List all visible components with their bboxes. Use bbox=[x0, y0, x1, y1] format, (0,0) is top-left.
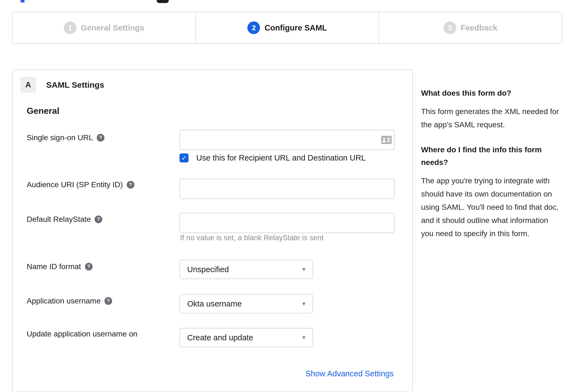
chevron-down-icon: ▾ bbox=[302, 266, 305, 273]
cutoff-dark-fragment bbox=[157, 0, 169, 3]
audience-uri-label: Audience URI (SP Entity ID) bbox=[27, 180, 123, 189]
help-heading-where: Where do I find the info this form needs… bbox=[421, 143, 560, 169]
saml-settings-panel: A SAML Settings General Single sign-on U… bbox=[12, 70, 413, 392]
general-section-title: General bbox=[27, 106, 59, 116]
step-feedback[interactable]: 3 Feedback bbox=[378, 12, 562, 43]
name-id-label-row: Name ID format ? bbox=[27, 262, 93, 272]
sso-url-label-row: Single sign-on URL ? bbox=[27, 133, 104, 143]
recipient-url-checkbox-label: Use this for Recipient URL and Destinati… bbox=[196, 153, 366, 162]
name-id-select-value: Unspecified bbox=[187, 265, 302, 274]
update-username-label: Update application username on bbox=[27, 330, 137, 338]
name-id-select[interactable]: Unspecified ▾ bbox=[179, 260, 313, 279]
section-dashed-divider bbox=[16, 391, 409, 392]
help-body-where: The app you're trying to integrate with … bbox=[421, 174, 560, 240]
cutoff-blue-fragment bbox=[21, 0, 24, 2]
step-3-label: Feedback bbox=[461, 23, 497, 32]
help-body-what: This form generates the XML needed for t… bbox=[421, 105, 560, 131]
step-3-badge: 3 bbox=[444, 21, 456, 34]
sso-url-input[interactable] bbox=[179, 130, 395, 150]
checkmark-icon: ✓ bbox=[181, 154, 187, 162]
section-a-badge: A bbox=[20, 77, 36, 93]
audience-uri-help-icon[interactable]: ? bbox=[127, 181, 134, 189]
recipient-url-checkbox[interactable]: ✓ bbox=[179, 153, 189, 162]
relay-state-input[interactable] bbox=[179, 213, 395, 233]
sso-url-label: Single sign-on URL bbox=[27, 133, 93, 142]
show-advanced-settings-link[interactable]: Show Advanced Settings bbox=[305, 369, 394, 378]
audience-uri-input[interactable] bbox=[179, 179, 395, 199]
step-configure-saml[interactable]: 2 Configure SAML bbox=[195, 12, 379, 43]
app-username-select[interactable]: Okta username ▾ bbox=[179, 294, 313, 313]
contact-card-icon bbox=[381, 136, 392, 144]
update-username-label-row: Update application username on bbox=[27, 329, 137, 339]
wizard-stepper: 1 General Settings 2 Configure SAML 3 Fe… bbox=[12, 12, 562, 44]
app-username-label-row: Application username ? bbox=[27, 296, 112, 306]
help-heading-what: What does this form do? bbox=[421, 87, 560, 100]
step-2-label: Configure SAML bbox=[264, 23, 327, 32]
relay-state-label-row: Default RelayState ? bbox=[27, 214, 102, 224]
panel-title: SAML Settings bbox=[46, 77, 104, 93]
name-id-help-icon[interactable]: ? bbox=[85, 263, 93, 270]
chevron-down-icon: ▾ bbox=[302, 300, 305, 307]
app-username-label: Application username bbox=[27, 297, 101, 305]
app-username-select-value: Okta username bbox=[187, 299, 302, 308]
sso-url-help-icon[interactable]: ? bbox=[97, 134, 104, 142]
step-1-label: General Settings bbox=[81, 23, 144, 32]
relay-state-helper-text: If no value is set, a blank RelayState i… bbox=[180, 234, 324, 242]
relay-state-label: Default RelayState bbox=[27, 215, 91, 224]
step-2-badge: 2 bbox=[247, 21, 260, 34]
chevron-down-icon: ▾ bbox=[302, 334, 305, 341]
step-general-settings[interactable]: 1 General Settings bbox=[13, 12, 195, 43]
update-username-select[interactable]: Create and update ▾ bbox=[179, 328, 313, 347]
configure-saml-page: 1 General Settings 2 Configure SAML 3 Fe… bbox=[0, 0, 575, 392]
name-id-label: Name ID format bbox=[27, 262, 81, 271]
audience-uri-label-row: Audience URI (SP Entity ID) ? bbox=[27, 180, 134, 190]
relay-state-help-icon[interactable]: ? bbox=[95, 216, 102, 223]
help-sidebar: What does this form do? This form genera… bbox=[421, 87, 560, 240]
update-username-select-value: Create and update bbox=[187, 333, 302, 342]
step-1-badge: 1 bbox=[64, 21, 76, 34]
app-username-help-icon[interactable]: ? bbox=[104, 297, 112, 305]
